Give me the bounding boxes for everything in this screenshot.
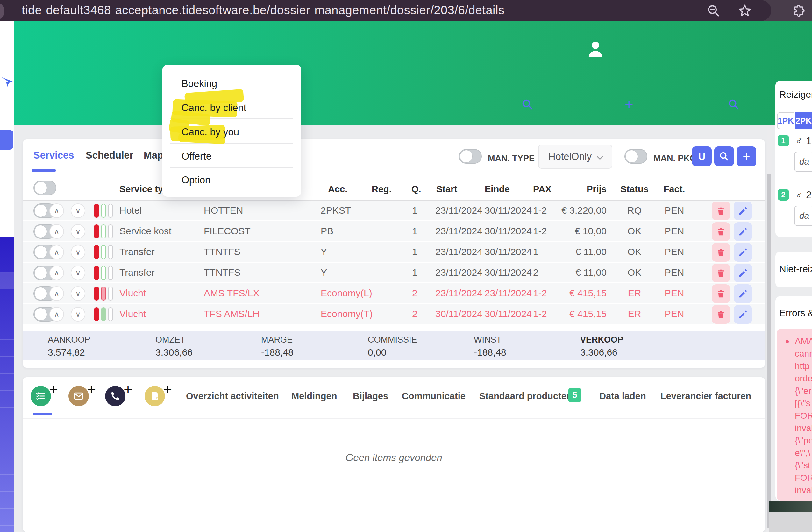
- tab-standaard-producten[interactable]: Standaard producten: [479, 391, 572, 401]
- cell-q: 2: [412, 283, 418, 303]
- dossier-status-dropdown: Boeking Canc. by client Canc. by you Off…: [162, 65, 301, 197]
- tab-bijlages[interactable]: Bijlages: [353, 391, 388, 401]
- zoom-out-icon[interactable]: [706, 3, 721, 19]
- indicator-pill: [108, 266, 113, 280]
- cell-status: OK: [616, 221, 653, 241]
- delete-row-button[interactable]: [712, 305, 730, 324]
- delete-row-button[interactable]: [712, 264, 730, 282]
- tab-meldingen[interactable]: Meldingen: [291, 391, 337, 401]
- main-scrollbar[interactable]: [767, 126, 772, 532]
- indicator-pill: [108, 204, 113, 218]
- indicator-pill: [94, 204, 99, 218]
- delete-row-button[interactable]: [712, 222, 730, 241]
- move-up-button[interactable]: ∧: [49, 204, 64, 218]
- add-contact-plus-icon[interactable]: +: [625, 95, 633, 113]
- select-value: HotelOnly: [548, 151, 592, 162]
- dropdown-item-boeking[interactable]: Boeking: [182, 78, 217, 89]
- move-up-button[interactable]: ∧: [49, 245, 64, 260]
- pencil-icon: [738, 248, 748, 257]
- activity-phone-button[interactable]: [105, 386, 126, 406]
- trash-icon: [716, 268, 726, 278]
- indicator-pill: [108, 286, 113, 300]
- pencil-icon: [738, 206, 748, 216]
- u-button[interactable]: U: [692, 146, 712, 166]
- move-down-button[interactable]: ∨: [71, 245, 85, 260]
- address-bar[interactable]: tide-default3468-acceptance.tidesoftware…: [0, 0, 771, 21]
- error-line: {\"st: [795, 460, 810, 471]
- tab-1pk[interactable]: 1PK: [777, 112, 795, 129]
- edit-row-button[interactable]: [734, 202, 752, 220]
- dropdown-item-canc-by-client[interactable]: Canc. by client: [182, 102, 246, 114]
- dropdown-item-option[interactable]: Option: [182, 175, 211, 186]
- move-up-button[interactable]: ∧: [49, 307, 64, 322]
- cell-name: TFS AMS/LH: [204, 304, 260, 324]
- delete-row-button[interactable]: [712, 243, 730, 262]
- move-down-button[interactable]: ∨: [71, 286, 85, 301]
- checklist-icon: [35, 390, 46, 401]
- tab-data-laden[interactable]: Data laden: [599, 391, 646, 401]
- move-down-button[interactable]: ∨: [71, 224, 85, 239]
- tab-communicatie[interactable]: Communicatie: [402, 391, 466, 401]
- sidebar-item-active[interactable]: [0, 272, 14, 290]
- scrollbar-thumb[interactable]: [767, 174, 771, 529]
- traveler-number-badge: 1: [778, 135, 789, 146]
- tab-scheduler[interactable]: Scheduler: [86, 150, 133, 161]
- cell-einde: 23/11/2024: [485, 283, 532, 303]
- add-mail-plus[interactable]: +: [87, 381, 96, 398]
- delete-row-button[interactable]: [712, 284, 730, 303]
- bookmark-star-icon[interactable]: [738, 3, 752, 19]
- delete-row-button[interactable]: [712, 202, 730, 220]
- edit-row-button[interactable]: [734, 222, 752, 241]
- tab-2pk[interactable]: 2PK: [795, 112, 812, 129]
- tab-map[interactable]: Map: [144, 150, 163, 161]
- search-icon[interactable]: [521, 98, 534, 112]
- pencil-icon: [738, 268, 748, 278]
- add-note-plus[interactable]: +: [163, 381, 172, 398]
- traveler-date-input[interactable]: da: [794, 151, 812, 172]
- sidebar-nav[interactable]: [0, 237, 14, 532]
- total-label: WINST: [474, 335, 502, 345]
- search-icon[interactable]: [727, 98, 740, 112]
- dropdown-item-canc-by-you[interactable]: Canc. by you: [182, 127, 239, 138]
- edit-row-button[interactable]: [734, 264, 752, 282]
- add-service-button[interactable]: +: [737, 146, 756, 166]
- tab-overzicht-activiteiten[interactable]: Overzicht activiteiten: [186, 391, 279, 401]
- active-tab-underline: [33, 413, 52, 415]
- move-up-button[interactable]: ∧: [49, 286, 64, 301]
- pencil-icon: [738, 289, 748, 299]
- add-phone-plus[interactable]: +: [124, 381, 132, 398]
- move-down-button[interactable]: ∨: [71, 204, 85, 218]
- divider: [777, 183, 812, 183]
- move-up-button[interactable]: ∧: [49, 224, 64, 239]
- dropdown-item-offerte[interactable]: Offerte: [182, 151, 212, 162]
- cell-prijs: € 3.220,00: [543, 201, 607, 220]
- move-down-button[interactable]: ∨: [71, 307, 85, 322]
- search-services-button[interactable]: [714, 146, 734, 166]
- edit-row-button[interactable]: [734, 284, 752, 303]
- reizigers-title: Reizigers: [779, 89, 812, 100]
- activity-mail-button[interactable]: [69, 386, 89, 406]
- select-all-toggle[interactable]: [33, 180, 56, 195]
- cell-status: ER: [616, 304, 653, 324]
- man-pkg-toggle[interactable]: [624, 149, 647, 164]
- move-up-button[interactable]: ∧: [49, 266, 64, 280]
- tab-services[interactable]: Services: [33, 150, 74, 161]
- send-plane-icon[interactable]: [1, 75, 13, 90]
- edit-row-button[interactable]: [734, 305, 752, 324]
- traveler-label: 2: [806, 189, 812, 201]
- edit-row-button[interactable]: [734, 243, 752, 262]
- traveler-date-input[interactable]: da: [794, 206, 812, 226]
- total-value: 3.306,66: [580, 347, 618, 358]
- user-profile-icon[interactable]: [586, 39, 605, 61]
- move-down-button[interactable]: ∨: [71, 266, 85, 280]
- activity-note-button[interactable]: [145, 386, 165, 406]
- cell-einde: 30/11/2024: [485, 221, 532, 241]
- man-type-toggle[interactable]: [459, 149, 482, 164]
- error-line: cann: [795, 349, 812, 359]
- add-activity-plus[interactable]: +: [49, 381, 58, 398]
- sidebar-shortcut-button[interactable]: [0, 130, 13, 150]
- activity-checklist-button[interactable]: [31, 386, 51, 406]
- extensions-puzzle-icon[interactable]: [792, 3, 808, 20]
- package-type-select[interactable]: HotelOnly: [538, 145, 612, 169]
- tab-leverancier-facturen[interactable]: Leverancier facturen: [661, 391, 751, 401]
